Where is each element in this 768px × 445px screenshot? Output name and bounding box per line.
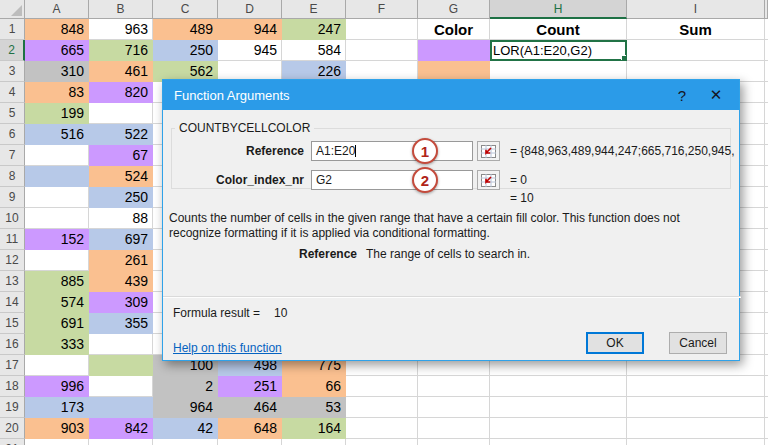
cell-A21[interactable] xyxy=(25,439,89,445)
cell-A7[interactable] xyxy=(25,145,89,166)
reference-range-picker-button[interactable] xyxy=(477,141,500,161)
cell-H1[interactable]: Count xyxy=(490,19,627,40)
row-header-6[interactable]: 6 xyxy=(0,124,25,145)
cell-G20[interactable] xyxy=(418,418,490,439)
cell-E2[interactable]: 584 xyxy=(282,40,346,61)
cell-H2[interactable]: LOR(A1:E20,G2) xyxy=(490,40,627,61)
reference-input[interactable]: A1:E20 xyxy=(311,141,473,161)
cell-D20[interactable]: 648 xyxy=(218,418,282,439)
col-header-I[interactable]: I xyxy=(627,0,765,19)
dialog-help-icon[interactable]: ? xyxy=(665,80,699,110)
cell-C19[interactable]: 964 xyxy=(153,397,218,418)
row-header-10[interactable]: 10 xyxy=(0,208,25,229)
cell-B20[interactable]: 842 xyxy=(89,418,153,439)
help-link[interactable]: Help on this function xyxy=(173,341,282,355)
cell-I2[interactable] xyxy=(627,40,765,61)
row-header-2[interactable]: 2 xyxy=(0,40,25,61)
cell-A9[interactable] xyxy=(25,187,89,208)
row-header-15[interactable]: 15 xyxy=(0,313,25,334)
cell-A12[interactable] xyxy=(25,250,89,271)
row-header-13[interactable]: 13 xyxy=(0,271,25,292)
cell-A20[interactable]: 903 xyxy=(25,418,89,439)
cell-I19[interactable] xyxy=(627,397,765,418)
cell-A4[interactable]: 83 xyxy=(25,82,89,103)
cell-B16[interactable] xyxy=(89,334,153,355)
cell-C2[interactable]: 250 xyxy=(153,40,218,61)
cell-B9[interactable]: 250 xyxy=(89,187,153,208)
cell-F21[interactable] xyxy=(346,439,418,445)
cell-B7[interactable]: 67 xyxy=(89,145,153,166)
col-header-F[interactable]: F xyxy=(346,0,418,19)
cell-H18[interactable] xyxy=(490,376,627,397)
cell-B12[interactable]: 261 xyxy=(89,250,153,271)
cell-F2[interactable] xyxy=(346,40,418,61)
color-index-range-picker-button[interactable] xyxy=(477,170,500,190)
cell-B5[interactable] xyxy=(89,103,153,124)
select-all-corner[interactable] xyxy=(0,0,25,19)
ok-button[interactable]: OK xyxy=(586,332,644,354)
cell-A17[interactable] xyxy=(25,355,89,376)
cell-A19[interactable]: 173 xyxy=(25,397,89,418)
cell-A8[interactable] xyxy=(25,166,89,187)
cell-F20[interactable] xyxy=(346,418,418,439)
cell-B6[interactable]: 522 xyxy=(89,124,153,145)
cell-I18[interactable] xyxy=(627,376,765,397)
dialog-titlebar[interactable]: Function Arguments ? ✕ xyxy=(163,80,739,110)
row-header-16[interactable]: 16 xyxy=(0,334,25,355)
cell-A1[interactable]: 848 xyxy=(25,19,89,40)
cell-B1[interactable]: 963 xyxy=(89,19,153,40)
cell-B21[interactable] xyxy=(89,439,153,445)
cell-C1[interactable]: 489 xyxy=(153,19,218,40)
cell-D18[interactable]: 251 xyxy=(218,376,282,397)
col-header-D[interactable]: D xyxy=(218,0,282,19)
row-header-19[interactable]: 19 xyxy=(0,397,25,418)
col-header-B[interactable]: B xyxy=(89,0,153,19)
cancel-button[interactable]: Cancel xyxy=(669,332,727,354)
col-header-E[interactable]: E xyxy=(282,0,346,19)
cell-B19[interactable] xyxy=(89,397,153,418)
cell-B11[interactable]: 697 xyxy=(89,229,153,250)
cell-A3[interactable]: 310 xyxy=(25,61,89,82)
cell-A2[interactable]: 665 xyxy=(25,40,89,61)
fill-handle[interactable] xyxy=(621,55,627,61)
row-header-4[interactable]: 4 xyxy=(0,82,25,103)
cell-D19[interactable]: 464 xyxy=(218,397,282,418)
cell-H20[interactable] xyxy=(490,418,627,439)
cell-A5[interactable]: 199 xyxy=(25,103,89,124)
cell-G19[interactable] xyxy=(418,397,490,418)
cell-E19[interactable]: 53 xyxy=(282,397,346,418)
cell-G2[interactable] xyxy=(418,40,490,61)
cell-G18[interactable] xyxy=(418,376,490,397)
cell-B2[interactable]: 716 xyxy=(89,40,153,61)
row-header-20[interactable]: 20 xyxy=(0,418,25,439)
cell-D2[interactable]: 945 xyxy=(218,40,282,61)
col-header-A[interactable]: A xyxy=(25,0,89,19)
col-header-H[interactable]: H xyxy=(490,0,627,19)
cell-B8[interactable]: 524 xyxy=(89,166,153,187)
cell-B10[interactable]: 88 xyxy=(89,208,153,229)
dialog-close-icon[interactable]: ✕ xyxy=(699,80,733,110)
cell-D1[interactable]: 944 xyxy=(218,19,282,40)
cell-F18[interactable] xyxy=(346,376,418,397)
cell-A6[interactable]: 516 xyxy=(25,124,89,145)
cell-A16[interactable]: 333 xyxy=(25,334,89,355)
cell-C20[interactable]: 42 xyxy=(153,418,218,439)
cell-D21[interactable] xyxy=(218,439,282,445)
col-header-C[interactable]: C xyxy=(153,0,218,19)
row-header-18[interactable]: 18 xyxy=(0,376,25,397)
cell-E21[interactable] xyxy=(282,439,346,445)
cell-B13[interactable]: 439 xyxy=(89,271,153,292)
cell-H19[interactable] xyxy=(490,397,627,418)
cell-G1[interactable]: Color xyxy=(418,19,490,40)
row-header-3[interactable]: 3 xyxy=(0,61,25,82)
cell-C21[interactable] xyxy=(153,439,218,445)
cell-I21[interactable] xyxy=(627,439,765,445)
cell-G21[interactable] xyxy=(418,439,490,445)
cell-H21[interactable] xyxy=(490,439,627,445)
row-header-7[interactable]: 7 xyxy=(0,145,25,166)
cell-B17[interactable] xyxy=(89,355,153,376)
cell-A15[interactable]: 691 xyxy=(25,313,89,334)
row-header-21[interactable]: 21 xyxy=(0,439,25,445)
cell-F19[interactable] xyxy=(346,397,418,418)
row-header-8[interactable]: 8 xyxy=(0,166,25,187)
